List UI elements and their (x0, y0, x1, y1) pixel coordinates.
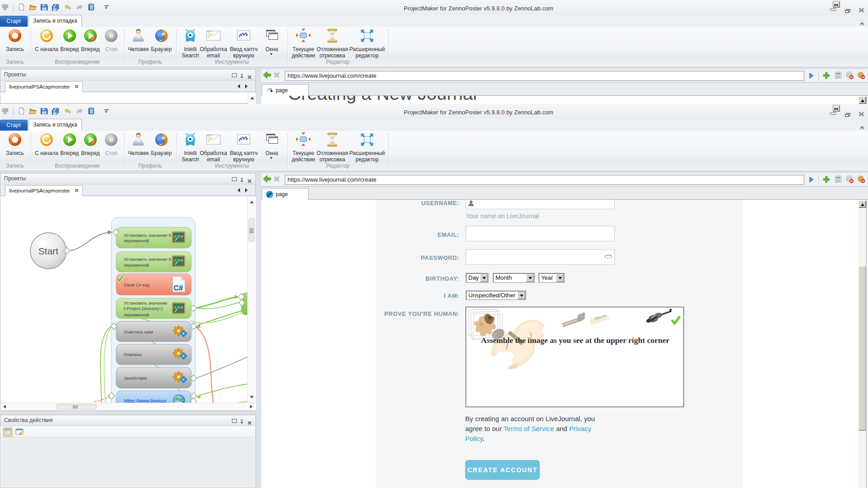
svg-text:C#: C# (174, 284, 183, 292)
svg-text:переменной: переменной (124, 238, 149, 243)
svg-text:2-2=4: 2-2=4 (174, 305, 183, 310)
svg-text:JavaScripts: JavaScripts (124, 375, 147, 380)
svg-text:Start: Start (38, 246, 59, 256)
svg-text:Плагины: Плагины (124, 352, 142, 357)
svg-text:Установить значение: Установить значение (124, 300, 168, 305)
svg-text:Assemble the image as you see: Assemble the image as you see at the upp… (481, 336, 670, 345)
svg-text:Свой C# код: Свой C# код (124, 282, 150, 287)
svg-text:переменной: переменной (124, 312, 149, 317)
svg-text:2-2=4: 2-2=4 (174, 235, 183, 239)
svg-text:2-2=4: 2-2=4 (174, 258, 183, 263)
svg-text:переменной: переменной (124, 263, 149, 267)
svg-text:{-Project.Directory-}: {-Project.Directory-} (124, 306, 163, 311)
svg-text:Установить значение 0: Установить значение 0 (124, 257, 171, 262)
svg-text:Установить значение 0: Установить значение 0 (124, 233, 171, 238)
svg-text:Очистить куки: Очистить куки (124, 329, 153, 334)
